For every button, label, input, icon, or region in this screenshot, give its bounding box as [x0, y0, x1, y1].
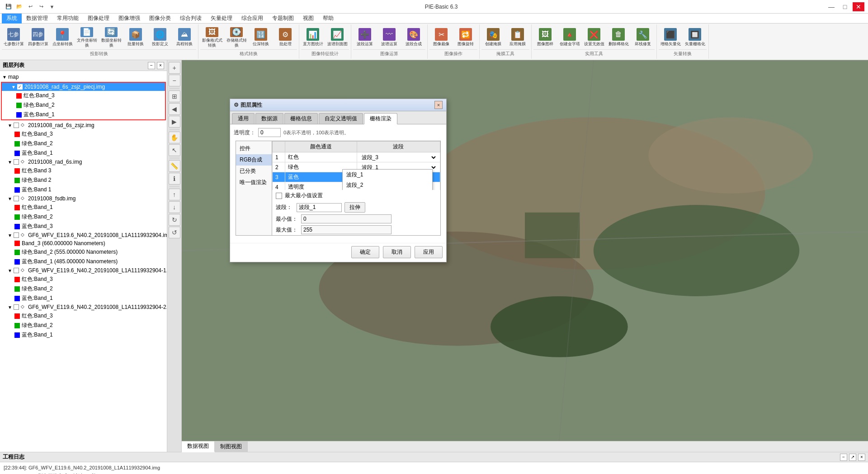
tb-del-sparse[interactable]: 🗑 删除稀格化: [607, 26, 630, 49]
nav-down[interactable]: ↓: [169, 201, 180, 213]
qa-open-btn[interactable]: 📂: [14, 2, 24, 12]
expand-piecj-icon[interactable]: ▼: [11, 84, 16, 90]
tb-create-mask[interactable]: 🎭 创建掩膜: [481, 26, 505, 49]
qa-save-btn[interactable]: 💾: [4, 2, 14, 12]
expand-gf6-tiff1-icon[interactable]: ▼: [7, 268, 13, 273]
layer-gf6-img[interactable]: ▼ ◇ GF6_WFV_E119.6_N40.2_20191008_L1A111…: [0, 231, 167, 239]
channel-row-1[interactable]: 1 红色 波段_3: [273, 152, 440, 162]
dlg-tab-render[interactable]: 栅格渲染: [364, 113, 397, 124]
tb-store-fmt[interactable]: 💽 存储格式转换: [225, 26, 248, 49]
nav-next-extent[interactable]: ▶: [169, 116, 180, 128]
layer-group-map[interactable]: ▼ map: [0, 73, 167, 81]
left-panel-controls[interactable]: 控件: [236, 143, 272, 154]
layer-gf6-tiff1-green[interactable]: 绿色:Band_2: [0, 284, 167, 294]
layer-zsjz-checkbox[interactable]: [14, 123, 19, 128]
menu-system[interactable]: 系统: [2, 14, 22, 24]
layer-fsdb[interactable]: ▼ ◇ 20191008_fsdb.img: [0, 194, 167, 203]
log-minimize-btn[interactable]: −: [840, 454, 847, 461]
qa-undo-btn[interactable]: ↩: [25, 2, 35, 12]
layer-rad6s-green[interactable]: 绿色:Band 2: [0, 175, 167, 185]
layer-20191008-piecj[interactable]: ▼ 20191008_rad_6s_zsjz_piecj.img: [2, 83, 165, 91]
wave-stretch-btn[interactable]: 拉伸: [344, 202, 365, 213]
layer-gf6-tiff1-blue[interactable]: 蓝色:Band_1: [0, 294, 167, 303]
layer-gf6-tiff2[interactable]: ▼ ◇ GF6_WFV_E119.6_N40.2_20191008_L1A111…: [0, 303, 167, 311]
expand-gf6-img-icon[interactable]: ▼: [7, 232, 13, 238]
layer-zsjz-blue[interactable]: 蓝色:Band_1: [0, 148, 167, 158]
channel-band-1[interactable]: 波段_3: [357, 152, 440, 162]
minimize-button[interactable]: —: [826, 2, 837, 11]
dlg-tab-general[interactable]: 通用: [232, 113, 255, 124]
nav-measure[interactable]: 📏: [169, 160, 180, 172]
dialog-ok-btn[interactable]: 确定: [351, 246, 379, 258]
layer-rad6s-checkbox[interactable]: [14, 159, 19, 165]
tab-map-view[interactable]: 制图视图: [215, 441, 248, 452]
band-dropdown-panel[interactable]: 波段_1 波段_2 波段_3 波段_4 波段_5 波段_6 波段_7 波段_8: [342, 169, 433, 190]
dlg-tab-rasterinfo[interactable]: 栅格信息: [284, 113, 318, 124]
close-button[interactable]: ✕: [853, 2, 864, 11]
tb-batch[interactable]: 📦 批量转换: [124, 26, 147, 49]
tb-point-coord[interactable]: 📍 点坐标转换: [51, 26, 74, 49]
qa-redo-btn[interactable]: ↪: [36, 2, 46, 12]
menu-help[interactable]: 帮助: [318, 14, 338, 24]
menu-comp-app[interactable]: 综合应用: [237, 14, 268, 24]
tb-img-sample[interactable]: 🖼 图像图样: [533, 26, 557, 49]
dialog-cancel-btn[interactable]: 取消: [383, 246, 411, 258]
qa-more-btn[interactable]: ▼: [47, 2, 57, 12]
menu-enhance[interactable]: 图像增强: [114, 14, 145, 24]
tb-spectral-calc[interactable]: 〰 波谱运算: [377, 26, 401, 49]
tb-file-coord[interactable]: 📄 文件坐标转换: [75, 26, 99, 49]
tb-4param[interactable]: 四参 四参数计算: [26, 26, 50, 49]
layer-piecj-red[interactable]: 红色:Band_3: [2, 91, 165, 100]
left-panel-rgb[interactable]: RGB合成: [236, 154, 272, 166]
expand-zsjz-icon[interactable]: ▼: [7, 123, 13, 128]
tb-raster-vectorize[interactable]: ⬛ 增格矢量化: [659, 26, 682, 49]
left-panel-classified[interactable]: 已分类: [236, 166, 272, 177]
layer-gf6-tiff2-blue[interactable]: 蓝色:Band_1: [0, 330, 167, 340]
tb-pyramid[interactable]: 🔺 创建金字塔: [558, 26, 581, 49]
layer-gf6-tiff2-red[interactable]: 红色:Band_3: [0, 311, 167, 321]
expand-gf6-tiff2-icon[interactable]: ▼: [7, 304, 13, 310]
layer-gf6-tiff1[interactable]: ▼ ◇ GF6_WFV_E119.6_N40.2_20191008_L1A111…: [0, 266, 167, 275]
tb-histogram[interactable]: 📊 直方图统计: [301, 26, 325, 49]
menu-classify[interactable]: 图像分类: [145, 14, 175, 24]
tb-img-fmt[interactable]: 🖼 影像格式式转换: [200, 26, 224, 49]
layer-gf6-tiff1-checkbox[interactable]: [14, 268, 19, 273]
tb-7param[interactable]: 七参 七参数计算: [2, 26, 25, 49]
menu-integrate[interactable]: 综合判读: [175, 14, 206, 24]
layer-gf6-img-band2[interactable]: 绿色:Band_2 (555.000000 Nanometers): [0, 247, 167, 257]
menu-image-proc[interactable]: 图像处理: [83, 14, 114, 24]
nav-rotate-ccw[interactable]: ↺: [169, 227, 180, 238]
layer-gf6-img-band3[interactable]: Band_3 (660.000000 Nanometers): [0, 239, 167, 247]
nav-prev-extent[interactable]: ◀: [169, 103, 180, 115]
tb-elevation[interactable]: ⛰ 高程转换: [173, 26, 196, 49]
tab-data-view[interactable]: 数据视图: [182, 441, 215, 452]
nav-select[interactable]: ↖: [169, 144, 180, 156]
nav-zoom-out[interactable]: −: [169, 75, 180, 86]
layer-properties-dialog[interactable]: ⚙ 图层属性 × 通用 数据源 栅格信息 自定义透明值 栅格渲染 透明度： 0表…: [230, 99, 447, 262]
minmax-checkbox[interactable]: [276, 193, 282, 199]
min-val-input[interactable]: [301, 214, 392, 223]
menu-data[interactable]: 数据管理: [22, 14, 52, 24]
nav-pan[interactable]: ✋: [169, 132, 180, 143]
wave-input[interactable]: [297, 203, 342, 212]
layer-zsjz-green[interactable]: 绿色:Band_2: [0, 139, 167, 148]
menu-thematic[interactable]: 专题制图: [268, 14, 298, 24]
sidebar-minimize-btn[interactable]: −: [148, 62, 155, 69]
tb-apply-mask[interactable]: 📋 应用掩膜: [506, 26, 529, 49]
menu-common[interactable]: 常用功能: [52, 14, 83, 24]
log-close-btn[interactable]: ×: [858, 454, 865, 461]
tb-img-rotate[interactable]: 🔁 图像旋转: [454, 26, 477, 49]
band-select-1[interactable]: 波段_3: [360, 154, 438, 161]
tb-spectral[interactable]: 📈 波谱剖面图: [326, 26, 349, 49]
nav-rotate-cw[interactable]: ↻: [169, 214, 180, 226]
tb-data-coord[interactable]: 🔄 数据坐标转换: [99, 26, 123, 49]
nav-up[interactable]: ↑: [169, 189, 180, 200]
band-option-2[interactable]: 波段_2: [343, 180, 432, 190]
tb-band-compose[interactable]: 🎨 波段合成: [402, 26, 425, 49]
dlg-tab-transparency[interactable]: 自定义透明值: [319, 113, 363, 124]
layer-fsdb-green[interactable]: 绿色:Band_2: [0, 212, 167, 222]
layer-gf6-tiff2-green[interactable]: 绿色:Band_2: [0, 321, 167, 330]
left-panel-unique[interactable]: 唯一值渲染: [236, 177, 272, 188]
layer-gf6-tiff2-checkbox[interactable]: [14, 304, 19, 310]
expand-fsdb-icon[interactable]: ▼: [7, 196, 13, 201]
